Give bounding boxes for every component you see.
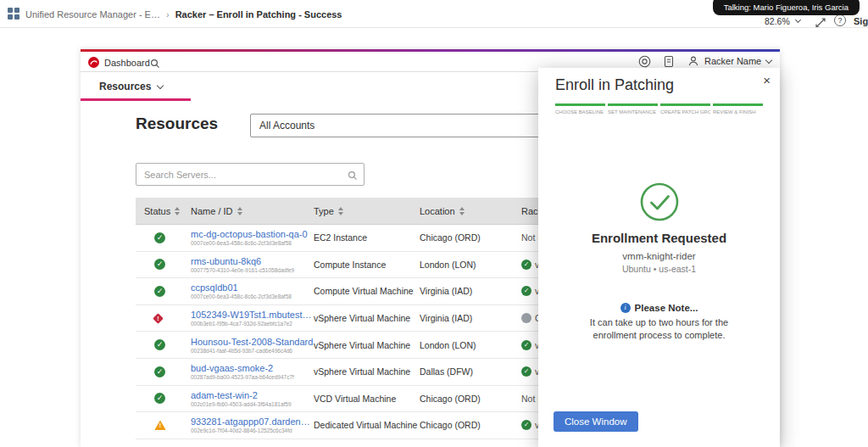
step-progress-bar [608, 103, 658, 106]
account-filter-select[interactable]: All Accounts [250, 114, 542, 137]
stepper-step: SET MAINTENANCE [608, 103, 658, 115]
name-cell: mc-dg-octopus-bastion-qa-00007ce00-6ea3-… [191, 229, 314, 246]
user-menu[interactable]: Racker Name [687, 55, 771, 67]
status-error-icon [153, 313, 164, 324]
status-cell [136, 366, 191, 377]
sort-icon [237, 207, 242, 215]
resource-id: 0007ce00-6ea3-458c-8c6c-2cf3d3e8af58 [191, 240, 314, 246]
chevron-down-icon [765, 56, 772, 63]
zoom-control[interactable]: 82.6% [765, 16, 800, 26]
talking-tooltip: Talking: Mario Figueroa, Iris Garcia [713, 0, 860, 15]
note-title: Please Note... [635, 303, 698, 313]
resource-id: 000b3eb1-f95b-4ca7-932d-92aebfc1a7e2 [191, 321, 314, 327]
resource-id: 002e9c1d-7f04-40d2-8846-12525c6c34fd [191, 427, 314, 433]
step-label: SET MAINTENANCE [608, 109, 658, 115]
note-body: It can take up to two hours for the enro… [576, 316, 743, 342]
column-label: Type [314, 206, 334, 216]
stepper-step: CREATE PATCH GROUP [660, 103, 710, 115]
name-cell: 1052349-W19Tst1.mbutest…000b3eb1-f95b-4c… [191, 310, 314, 327]
brand-gradient-bar [81, 49, 780, 52]
search-icon [348, 169, 358, 184]
name-cell: rms-ubuntu-8kq600077570-4310-4e0e-9161-c… [191, 256, 314, 273]
location-cell: Chicago (ORD) [420, 394, 521, 404]
rack-ok-icon [521, 340, 531, 350]
close-icon[interactable]: × [763, 73, 771, 87]
rack-status-text: Not I [521, 394, 540, 404]
resource-name-link[interactable]: mc-dg-octopus-bastion-qa-0 [191, 229, 314, 239]
step-label: CREATE PATCH GROUP [660, 109, 710, 115]
grid-square [8, 8, 13, 13]
person-icon [687, 55, 699, 67]
help-icon[interactable]: ? [834, 14, 846, 26]
stepper-step: REVIEW & FINISH [713, 103, 763, 115]
location-cell: London (LON) [420, 340, 521, 350]
user-name: Racker Name [704, 56, 761, 66]
step-progress-bar [555, 103, 605, 106]
app-launcher-icon[interactable] [8, 8, 19, 20]
rack-ok-icon [521, 366, 531, 377]
chevron-down-icon [157, 81, 164, 88]
column-header-type[interactable]: Type [314, 206, 420, 216]
location-cell: Chicago (ORD) [420, 232, 521, 243]
step-progress-bar [713, 103, 763, 106]
search-servers-input[interactable] [136, 163, 364, 186]
resource-name-link[interactable]: bud-vgaas-smoke-2 [191, 363, 314, 373]
enrollment-result-title: Enrollment Requested [538, 231, 780, 245]
status-cell [136, 286, 191, 297]
page-title: Resources [136, 115, 218, 133]
column-header-location[interactable]: Location [420, 206, 521, 216]
type-cell: Compute Instance [314, 260, 420, 270]
status-cell [136, 339, 191, 350]
status-cell [136, 232, 191, 243]
enrolled-resource-name: vmm-knight-rider [538, 251, 780, 261]
tab-resources-label: Resources [99, 81, 151, 92]
resource-name-link[interactable]: 1052349-W19Tst1.mbutest… [191, 310, 314, 320]
fullscreen-icon[interactable] [815, 16, 826, 31]
column-label: Location [420, 206, 455, 216]
server-search [136, 163, 364, 186]
enrolled-resource-meta: Ubuntu • us-east-1 [538, 264, 780, 274]
name-cell: adam-test-win-2002c01e9-fb60-4503-add4-3… [191, 390, 314, 407]
column-label: Status [144, 206, 170, 216]
resource-name-link[interactable]: 933281-atgappp07.darden… [191, 416, 314, 427]
status-cell [136, 393, 191, 404]
status-ok-icon [154, 259, 165, 270]
type-cell: vSphere Virtual Machine [314, 366, 420, 377]
resource-id: 002c01e9-fb60-4503-add4-3f64a181af59 [191, 401, 314, 407]
location-cell: Virginia (IAD) [420, 286, 521, 296]
page: Unified Resource Manager - E… › Racker –… [0, 0, 868, 447]
resource-name-link[interactable]: Hounsou-Test-2008-Standard [191, 337, 314, 347]
resource-name-link[interactable]: ccpsqldb01 [191, 282, 314, 293]
resource-id: 00238d41-faaf-4b5d-93b7-cad6e496c4d6 [191, 348, 314, 354]
type-cell: Compute Virtual Machine [314, 286, 420, 296]
nav-dashboard[interactable]: Dashboard [104, 58, 150, 68]
sort-icon [175, 207, 180, 215]
step-progress-bar [660, 103, 710, 106]
resource-id: 0007ce00-6ea3-458c-8c6c-2cf3d3e8af58 [191, 293, 314, 299]
tab-resources[interactable]: Resources [99, 81, 163, 92]
resource-name-link[interactable]: adam-test-win-2 [191, 390, 314, 400]
resource-id: 00077570-4310-4e0e-9161-c51058dadfe9 [191, 267, 314, 273]
breadcrumb-root[interactable]: Unified Resource Manager - E… [25, 9, 160, 20]
column-header-name[interactable]: Name / ID [191, 206, 314, 216]
status-warning-icon [154, 420, 166, 430]
resource-id: 00287ad9-ba00-4523-97aa-b64ced947c7f [191, 374, 314, 380]
header-search-icon[interactable] [150, 57, 160, 72]
resource-name-link[interactable]: rms-ubuntu-8kq6 [191, 256, 314, 266]
topbar-divider [0, 27, 868, 28]
location-cell: London (LON) [420, 260, 521, 270]
info-icon: i [620, 303, 631, 313]
name-cell: 933281-atgappp07.darden…002e9c1d-7f04-40… [191, 416, 314, 433]
name-cell: bud-vgaas-smoke-200287ad9-ba00-4523-97aa… [191, 363, 314, 380]
close-window-button[interactable]: Close Window [554, 411, 638, 432]
rack-ok-icon [521, 260, 531, 270]
sign-link[interactable]: Sig [854, 16, 868, 26]
column-header-status[interactable]: Status [136, 206, 191, 216]
active-tab-underline [81, 98, 191, 101]
breadcrumb: Unified Resource Manager - E… › Racker –… [25, 9, 342, 20]
status-cell [136, 313, 191, 324]
location-cell: Virginia (IAD) [420, 313, 521, 323]
stepper: CHOOSE BASELINESET MAINTENANCECREATE PAT… [555, 103, 763, 115]
status-ok-icon [154, 286, 165, 297]
zoom-level: 82.6% [765, 16, 790, 26]
